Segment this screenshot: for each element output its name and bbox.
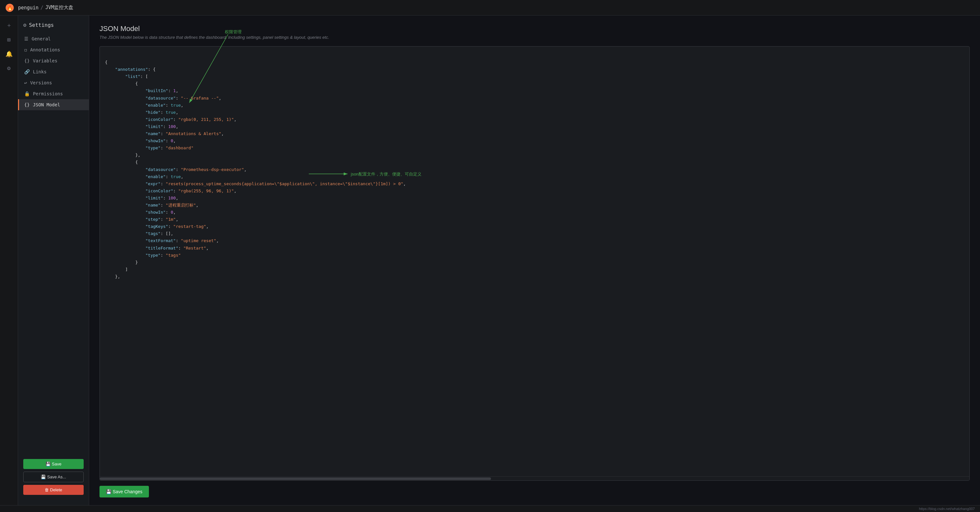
sidebar-variables-label: Variables	[33, 58, 57, 63]
sidebar-versions-label: Versions	[30, 80, 52, 85]
sidebar-general-label: General	[32, 36, 51, 41]
jsonmodel-icon: {}	[24, 102, 30, 107]
add-icon[interactable]: ＋	[3, 19, 15, 31]
grafana-logo: 🔥	[5, 3, 14, 12]
save-button[interactable]: 💾 Save	[23, 459, 84, 469]
editor-scrollbar-thumb	[100, 477, 491, 480]
breadcrumb-sep: /	[40, 5, 43, 11]
sidebar: ⚙ Settings ☰ General ◻ Annotations {} Va…	[18, 16, 89, 505]
delete-button[interactable]: 🗑 Delete	[23, 485, 84, 495]
left-rail: ＋ ⊞ 🔔 ⚙	[0, 16, 18, 505]
breadcrumb-page: JVM监控大盘	[45, 5, 73, 11]
settings-gear-icon: ⚙	[23, 22, 27, 28]
dashboard-icon[interactable]: ⊞	[3, 33, 15, 45]
footer: https://blog.csdn.net/whatzhang007	[0, 505, 980, 512]
general-icon: ☰	[24, 36, 29, 41]
json-editor-wrapper: { "annotations": { "list": [ { "builtIn"…	[100, 46, 970, 481]
alert-icon[interactable]: 🔔	[3, 48, 15, 59]
links-icon: 🔗	[24, 69, 30, 74]
save-changes-button[interactable]: 💾 Save Changes	[100, 486, 149, 498]
versions-icon: ↩	[24, 80, 27, 85]
sidebar-links-label: Links	[33, 69, 46, 74]
permissions-icon: 🔒	[24, 91, 30, 96]
breadcrumb: penguin / JVM监控大盘	[18, 5, 73, 11]
footer-url: https://blog.csdn.net/whatzhang007	[919, 507, 975, 511]
editor-scrollbar[interactable]	[100, 477, 969, 480]
app-body: ＋ ⊞ 🔔 ⚙ ⚙ Settings ☰ General ◻ Annotatio…	[0, 16, 980, 505]
save-changes-area: 💾 Save Changes	[100, 481, 970, 498]
breadcrumb-org: penguin	[18, 5, 38, 11]
page-title: JSON Model	[100, 25, 970, 33]
save-as-button[interactable]: 💾 Save As...	[23, 472, 84, 482]
sidebar-item-annotations[interactable]: ◻ Annotations	[18, 44, 89, 55]
sidebar-buttons: 💾 Save 💾 Save As... 🗑 Delete	[18, 454, 89, 500]
json-editor[interactable]: { "annotations": { "list": [ { "builtIn"…	[100, 46, 969, 477]
sidebar-jsonmodel-label: JSON Model	[33, 102, 60, 107]
sidebar-title: ⚙ Settings	[18, 22, 89, 33]
settings-icon[interactable]: ⚙	[3, 62, 15, 74]
page-subtitle: The JSON Model below is data structure t…	[100, 35, 970, 40]
sidebar-item-variables[interactable]: {} Variables	[18, 55, 89, 66]
sidebar-item-jsonmodel[interactable]: {} JSON Model	[18, 99, 89, 110]
sidebar-nav: ☰ General ◻ Annotations {} Variables 🔗 L…	[18, 33, 89, 454]
sidebar-title-label: Settings	[29, 22, 54, 28]
topbar: 🔥 penguin / JVM监控大盘	[0, 0, 980, 16]
sidebar-item-general[interactable]: ☰ General	[18, 33, 89, 44]
sidebar-item-links[interactable]: 🔗 Links	[18, 66, 89, 77]
main-content: 权限管理 json配置文件，方便、便捷、可自定义 JSON Model The …	[89, 16, 980, 505]
sidebar-annotations-label: Annotations	[30, 47, 60, 53]
sidebar-item-versions[interactable]: ↩ Versions	[18, 77, 89, 88]
svg-text:🔥: 🔥	[7, 5, 13, 10]
sidebar-item-permissions[interactable]: 🔒 Permissions	[18, 88, 89, 99]
variables-icon: {}	[24, 58, 30, 63]
annotations-icon: ◻	[24, 47, 27, 53]
sidebar-permissions-label: Permissions	[33, 91, 63, 96]
